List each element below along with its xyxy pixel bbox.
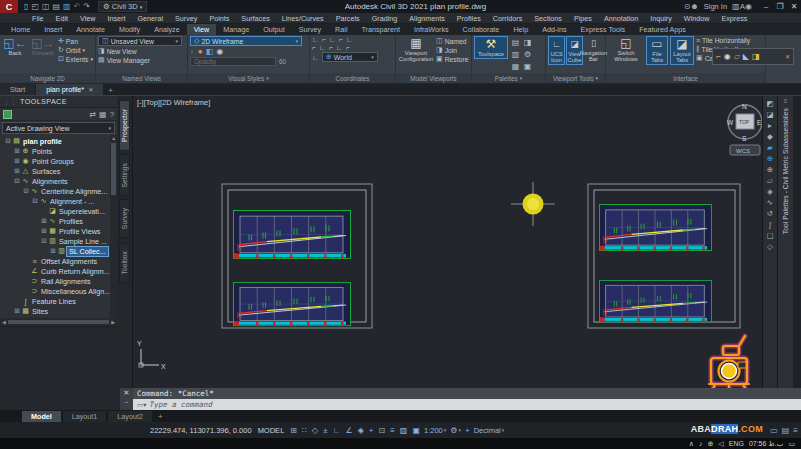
palette-icon[interactable]: ⚙: [522, 49, 533, 60]
annotation-scale-button[interactable]: 1:200▾: [424, 426, 446, 435]
expander-icon[interactable]: ⊞: [40, 217, 48, 225]
ribbon-tab[interactable]: Express Tools: [574, 24, 633, 35]
palette-icon[interactable]: ▦: [510, 61, 521, 72]
network-icon[interactable]: ⊕: [707, 440, 713, 448]
clean-screen-icon[interactable]: ≡: [793, 426, 798, 435]
panel-label[interactable]: Visual Styles▾: [188, 73, 309, 83]
account-icon[interactable]: ☻: [690, 2, 698, 11]
save-icon[interactable]: ◫: [42, 2, 50, 11]
drawing-canvas[interactable]: [-][Top][2D Wireframe]: [133, 96, 762, 388]
back-button[interactable]: ◱← Back: [2, 36, 28, 57]
close-tab-icon[interactable]: ✕: [88, 86, 93, 93]
palette-icon[interactable]: ▥: [510, 49, 521, 60]
expander-icon[interactable]: ⊞: [13, 157, 21, 165]
expander-icon[interactable]: ⊞: [49, 247, 57, 255]
expander-icon[interactable]: ⊞: [13, 307, 21, 315]
menu-item[interactable]: Grading: [366, 14, 404, 23]
visual-style-dropdown[interactable]: ◇2D Wireframe▾: [190, 36, 302, 46]
panel-display-icon[interactable]: ▦: [99, 110, 107, 119]
tree-item-superelevation[interactable]: ◪ Superelevati...: [0, 206, 117, 216]
expander-icon[interactable]: ⊞: [13, 147, 21, 155]
tab-prospector[interactable]: Prospector: [119, 100, 130, 151]
selection-cycling-icon[interactable]: ▣: [412, 426, 420, 435]
close-button[interactable]: ✕: [789, 2, 799, 11]
ucs-dropdown[interactable]: ⊕World▾: [322, 52, 378, 62]
panel-label[interactable]: Named Views: [96, 73, 187, 83]
forward-button[interactable]: ◱→ Forward: [30, 36, 56, 57]
command-input[interactable]: ▭▾ Type a command: [133, 399, 801, 410]
visual-style-icon[interactable]: ◉: [216, 47, 223, 56]
ucs-icon[interactable]: ⌐: [329, 44, 333, 51]
snap-mode-icon[interactable]: ∷: [302, 426, 307, 435]
cart-icon[interactable]: ▥: [732, 2, 740, 11]
ucs-icon[interactable]: ⌐: [322, 36, 326, 43]
toolbar-icon[interactable]: ▱: [767, 176, 773, 185]
tab-toolbox[interactable]: Toolbox: [119, 242, 130, 283]
ribbon-tab[interactable]: InfraWorks: [407, 24, 456, 35]
tree-item-centerline-alignments[interactable]: ⊟ ∿ Centerline Alignme...: [0, 186, 117, 196]
menu-item[interactable]: General: [131, 14, 169, 23]
tree-vertical-scrollbar[interactable]: ▲: [110, 135, 117, 318]
ribbon-tab[interactable]: Insert: [37, 24, 69, 35]
ucs-icon[interactable]: ∟: [336, 44, 343, 51]
panel-label[interactable]: Navigate 2D: [0, 73, 95, 83]
ribbon-tab[interactable]: Collaborate: [456, 24, 507, 35]
tree-item-miscellaneous-alignments[interactable]: ⊃ Miscellaneous Align...: [0, 286, 117, 296]
ribbon-tab[interactable]: Home: [4, 24, 37, 35]
join-viewports-button[interactable]: ◨Join: [436, 46, 468, 54]
menu-item[interactable]: File: [26, 14, 50, 23]
menu-item[interactable]: Pipes: [568, 14, 598, 23]
notification-center-icon[interactable]: ▭: [788, 440, 795, 448]
ortho-icon[interactable]: ∟: [333, 426, 341, 435]
ucs-icon[interactable]: ⌐: [339, 36, 343, 43]
toolbar-icon[interactable]: ↺: [767, 209, 773, 218]
menu-item[interactable]: Insert: [101, 14, 131, 23]
menu-item[interactable]: Points: [203, 14, 235, 23]
menu-item[interactable]: View: [74, 14, 101, 23]
expander-icon[interactable]: ⊟: [31, 197, 39, 205]
ribbon-tab[interactable]: Rail: [328, 24, 354, 35]
ribbon-tab[interactable]: Analyze: [147, 24, 187, 35]
menu-item[interactable]: Window: [678, 14, 716, 23]
new-layout-button[interactable]: +: [154, 412, 167, 421]
pan-button[interactable]: ✛Pan: [58, 37, 93, 45]
ribbon-tab[interactable]: View: [187, 24, 216, 35]
polar-tracking-icon[interactable]: ∠: [345, 426, 352, 435]
menu-item[interactable]: Surfaces: [235, 14, 275, 23]
panel-label[interactable]: Interface: [606, 73, 765, 83]
grip-icon[interactable]: ≡: [784, 96, 788, 106]
menu-item[interactable]: Inquiry: [644, 14, 678, 23]
grip-icon[interactable]: ▪▪: [125, 399, 129, 405]
toolbar-icon[interactable]: ◈: [767, 187, 773, 196]
tree-item-point-groups[interactable]: ⊞ ◉ Point Groups: [0, 156, 117, 166]
switch-windows-button[interactable]: ◱ Switch Windows: [608, 36, 644, 63]
toolbar-icon[interactable]: ◩: [766, 99, 773, 108]
toolbar-icon[interactable]: ʃ: [769, 220, 771, 229]
tree-item-rail-alignments[interactable]: ⊃ Rail Alignments: [0, 276, 117, 286]
panel-label[interactable]: Palettes▾: [472, 73, 545, 83]
navigation-bar-toggle[interactable]: ▯ Navigation Bar: [584, 36, 603, 63]
tree-item-curb-return-alignments[interactable]: ∠ Curb Return Alignm...: [0, 266, 117, 276]
tab-settings[interactable]: Settings: [119, 154, 130, 197]
scroll-right-icon[interactable]: ▶: [111, 319, 115, 325]
new-tab-button[interactable]: +: [104, 86, 117, 95]
open-icon[interactable]: ◰: [31, 2, 39, 11]
tree-item-plan-profile[interactable]: ⊟ ▤ plan profile: [0, 136, 117, 146]
app-logo[interactable]: C: [0, 0, 18, 13]
palette-icon[interactable]: ▣: [522, 61, 533, 72]
orbit-button[interactable]: ↻Orbit▾: [58, 46, 93, 54]
toolbar-icon[interactable]: ◪: [766, 110, 773, 119]
tab-layout2[interactable]: Layout2: [108, 411, 152, 422]
osnap-tracking-icon[interactable]: +: [369, 426, 374, 435]
view-compass[interactable]: N E S W TOP WCS: [727, 103, 762, 155]
menu-item[interactable]: Parcels: [330, 14, 366, 23]
view-selector-dropdown[interactable]: Active Drawing View ▾: [2, 122, 115, 134]
toolspace-button[interactable]: ⚒ Toolspace: [474, 36, 508, 59]
tab-layout1[interactable]: Layout1: [63, 411, 107, 422]
restore-viewports-button[interactable]: ▣Restore: [436, 55, 468, 63]
menu-item[interactable]: Annotation: [598, 14, 644, 23]
menu-item[interactable]: Profiles: [451, 14, 487, 23]
tile-horizontally-button[interactable]: ≡Tile Horizontally: [696, 37, 750, 44]
named-viewports-button[interactable]: ◫Named: [436, 37, 468, 45]
expander-icon[interactable]: ⊟: [22, 187, 30, 195]
